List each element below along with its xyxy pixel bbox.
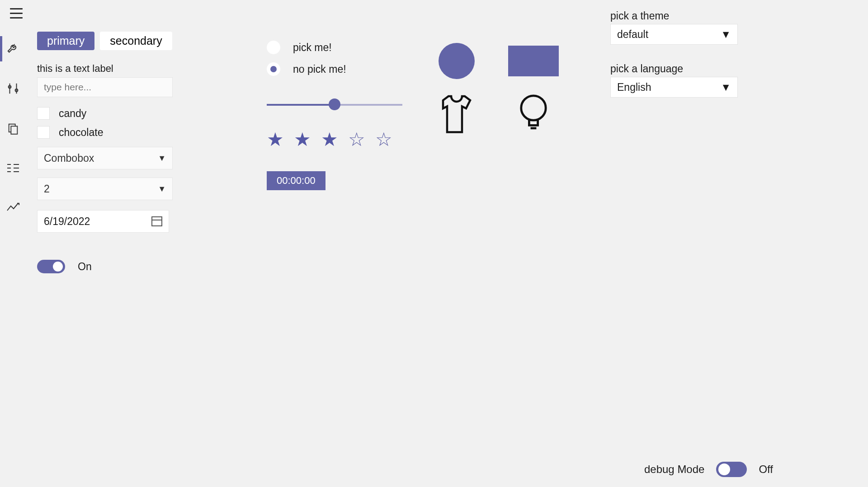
rail-item-list[interactable]: [0, 158, 26, 178]
language-select[interactable]: English ▼: [610, 77, 738, 98]
theme-select[interactable]: default ▼: [610, 24, 738, 45]
right-settings-panel: pick a theme default ▼ pick a language E…: [610, 10, 746, 116]
slider-thumb-icon: [329, 98, 340, 110]
chevron-down-icon: ▼: [158, 184, 166, 194]
rail-item-tools[interactable]: [0, 39, 26, 59]
star-4-icon: ☆: [348, 128, 365, 150]
textbox-label: this is a text label: [37, 63, 209, 75]
tshirt-icon: [435, 95, 478, 136]
hamburger-menu-button[interactable]: [10, 6, 26, 20]
rail-item-copy[interactable]: [0, 118, 26, 138]
checkbox-label: chocolate: [59, 126, 103, 139]
debug-mode-row: debug Mode Off: [644, 462, 773, 477]
radio-icon: [267, 62, 280, 76]
checkbox-label: candy: [59, 108, 86, 120]
pivot-secondary-button[interactable]: secondary: [100, 32, 172, 50]
star-5-icon: ☆: [375, 128, 392, 150]
radio-label: no pick me!: [293, 63, 346, 75]
language-label: pick a language: [610, 63, 746, 75]
pivot-row: primary secondary: [37, 32, 209, 50]
slider-fill: [267, 104, 335, 106]
combobox-value: Combobox: [44, 152, 94, 164]
radio-label: pick me!: [293, 42, 332, 54]
combobox[interactable]: Combobox ▼: [37, 147, 173, 169]
theme-label: pick a theme: [610, 10, 746, 22]
radio-option-1[interactable]: pick me!: [267, 41, 402, 54]
chart-line-icon: [6, 202, 20, 213]
chevron-down-icon: ▼: [721, 28, 731, 41]
checkbox-chocolate[interactable]: chocolate: [37, 126, 209, 139]
rectangle-shape-icon: [508, 46, 559, 76]
date-picker[interactable]: 6/19/2022: [37, 210, 169, 233]
shapes-panel: [425, 41, 565, 140]
debug-toggle-switch[interactable]: [716, 462, 747, 477]
text-input[interactable]: [37, 77, 173, 97]
debug-state-label: Off: [759, 463, 773, 476]
middle-panel: pick me! no pick me! ★ ★ ★ ☆ ☆ 00:00:00: [267, 41, 402, 190]
star-1-icon: ★: [267, 128, 284, 150]
pivot-primary-button[interactable]: primary: [37, 32, 94, 50]
number-select[interactable]: 2 ▼: [37, 178, 173, 200]
sliders-icon: [6, 82, 20, 95]
time-picker[interactable]: 00:00:00: [267, 171, 326, 190]
svg-point-4: [521, 96, 546, 120]
date-value: 6/19/2022: [44, 215, 90, 228]
rail-item-chart[interactable]: [0, 198, 26, 218]
calendar-icon: [151, 216, 162, 226]
debug-mode-label: debug Mode: [644, 463, 704, 476]
checkbox-candy[interactable]: candy: [37, 107, 209, 120]
rating-control[interactable]: ★ ★ ★ ☆ ☆: [267, 128, 402, 150]
toggle-switch[interactable]: [37, 260, 65, 273]
left-panel: primary secondary this is a text label c…: [37, 32, 209, 273]
checkbox-box-icon: [37, 126, 50, 139]
toggle-row: On: [37, 260, 209, 273]
circle-shape-icon: [439, 43, 475, 79]
toggle-knob-icon: [53, 262, 63, 272]
slider[interactable]: [267, 103, 402, 106]
language-value: English: [617, 81, 651, 94]
rail-item-sliders[interactable]: [0, 79, 26, 98]
star-2-icon: ★: [294, 128, 311, 150]
radio-option-2[interactable]: no pick me!: [267, 62, 402, 76]
theme-value: default: [617, 28, 648, 41]
radio-icon: [267, 41, 280, 54]
toggle-state-label: On: [78, 261, 92, 273]
number-value: 2: [44, 183, 50, 195]
svg-rect-3: [11, 126, 17, 134]
wrench-icon: [6, 42, 20, 56]
lightbulb-icon: [518, 94, 549, 137]
checkbox-box-icon: [37, 107, 50, 120]
chevron-down-icon: ▼: [721, 81, 731, 94]
toggle-knob-icon: [718, 464, 730, 475]
copy-icon: [7, 122, 19, 135]
nav-rail: [0, 26, 26, 218]
list-icon: [6, 163, 20, 173]
chevron-down-icon: ▼: [158, 154, 166, 163]
star-3-icon: ★: [321, 128, 338, 150]
radio-selected-dot-icon: [270, 66, 277, 72]
